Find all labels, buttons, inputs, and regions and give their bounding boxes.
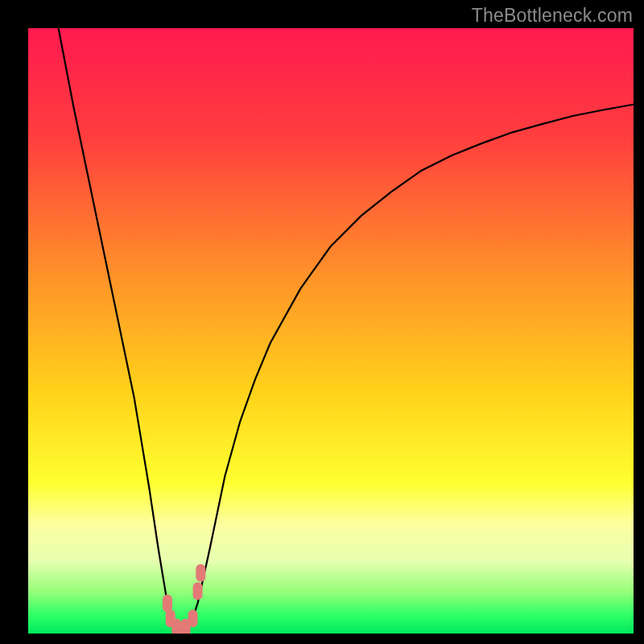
curve-marker — [193, 582, 203, 600]
bottleneck-curve — [59, 28, 634, 627]
curve-marker — [188, 609, 198, 627]
curve-marker — [171, 618, 181, 634]
curve-marker — [196, 564, 205, 582]
watermark-text: TheBottleneck.com — [472, 5, 633, 27]
chart-frame: TheBottleneck.com — [0, 0, 644, 644]
curve-markers — [163, 564, 205, 634]
curve-marker — [163, 594, 172, 612]
curve-layer — [28, 28, 634, 634]
plot-area — [28, 28, 634, 634]
